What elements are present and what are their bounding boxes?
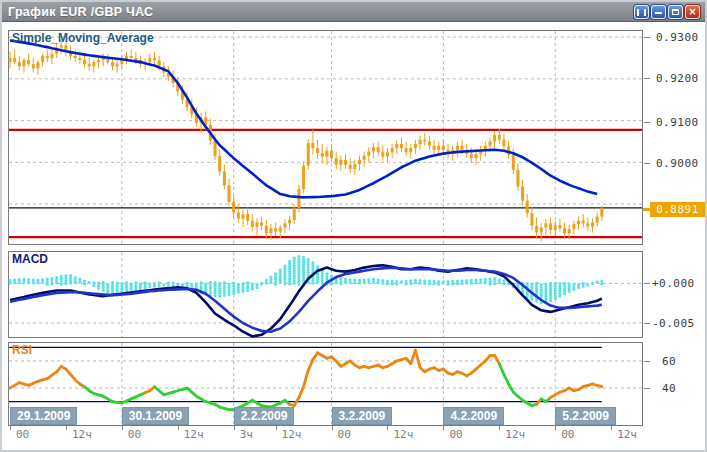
- axis-tick: [234, 426, 235, 430]
- axis-tick: [644, 361, 650, 362]
- minimize-icon: [655, 12, 662, 14]
- axis-tick: [276, 426, 277, 430]
- axis-tick: [10, 426, 11, 430]
- macd-panel[interactable]: [8, 251, 643, 338]
- date-label: 29.1.2009: [10, 407, 77, 425]
- price-axis-label: 0.9200: [656, 72, 699, 85]
- date-label: 3.2.2009: [332, 407, 393, 425]
- maximize-icon: [672, 9, 679, 15]
- hour-label: 00: [338, 428, 351, 441]
- axis-tick: [644, 388, 650, 389]
- hour-label: 00: [128, 428, 141, 441]
- hour-label: 00: [449, 428, 462, 441]
- date-label: 30.1.2009: [122, 407, 189, 425]
- rsi-indicator-label: RSI: [12, 343, 32, 357]
- date-label: 5.2.2009: [555, 407, 616, 425]
- axis-tick: [499, 426, 500, 430]
- hour-label: 12ч: [184, 428, 204, 441]
- price-axis-label: 0.9300: [656, 31, 699, 44]
- date-label: 2.2.2009: [234, 407, 295, 425]
- axis-tick: [644, 78, 650, 79]
- window-title: График EUR /GBP ЧАС: [2, 5, 153, 19]
- hour-label: 3ч: [240, 428, 253, 441]
- pause-button[interactable]: [634, 5, 649, 19]
- hour-label: 12ч: [72, 428, 92, 441]
- axis-tick: [644, 122, 650, 123]
- axis-tick: [644, 323, 650, 324]
- price-axis-label: 0.9000: [656, 157, 699, 170]
- axis-tick: [644, 163, 650, 164]
- rsi-panel[interactable]: [8, 342, 643, 426]
- axis-tick: [332, 426, 333, 430]
- maximize-button[interactable]: [668, 5, 683, 19]
- axis-tick: [178, 426, 179, 430]
- axis-tick: [122, 426, 123, 430]
- rsi-axis-label: 40: [662, 382, 676, 395]
- current-price-badge: 0.8891: [650, 202, 705, 217]
- sma-indicator-label: Simple_Moving_Average: [12, 31, 154, 45]
- hour-label: 12ч: [393, 428, 413, 441]
- macd-axis-label: +0.000: [652, 277, 695, 290]
- axis-tick: [611, 426, 612, 430]
- rsi-axis-label: 60: [662, 355, 676, 368]
- hour-label: 00: [16, 428, 29, 441]
- price-axis-label: 0.9100: [656, 116, 699, 129]
- macd-axis-label: -0.005: [652, 317, 695, 330]
- price-panel[interactable]: [8, 30, 643, 245]
- hour-label: 12ч: [282, 428, 302, 441]
- axis-tick: [387, 426, 388, 430]
- window-controls: ×: [634, 5, 700, 19]
- axis-tick: [644, 37, 650, 38]
- close-button[interactable]: ×: [685, 5, 700, 19]
- date-label: 4.2.2009: [443, 407, 504, 425]
- axis-tick: [555, 426, 556, 430]
- hour-label: 12ч: [617, 428, 637, 441]
- macd-indicator-label: MACD: [12, 252, 48, 266]
- close-icon: ×: [688, 7, 696, 17]
- minimize-button[interactable]: [651, 5, 666, 19]
- axis-tick: [443, 426, 444, 430]
- chart-window: График EUR /GBP ЧАС × Simple_Moving_Aver…: [0, 0, 707, 452]
- hour-label: 00: [561, 428, 574, 441]
- axis-tick: [644, 283, 650, 284]
- pause-icon: [637, 9, 646, 16]
- hour-label: 12ч: [505, 428, 525, 441]
- axis-tick: [66, 426, 67, 430]
- title-bar[interactable]: График EUR /GBP ЧАС ×: [2, 2, 705, 22]
